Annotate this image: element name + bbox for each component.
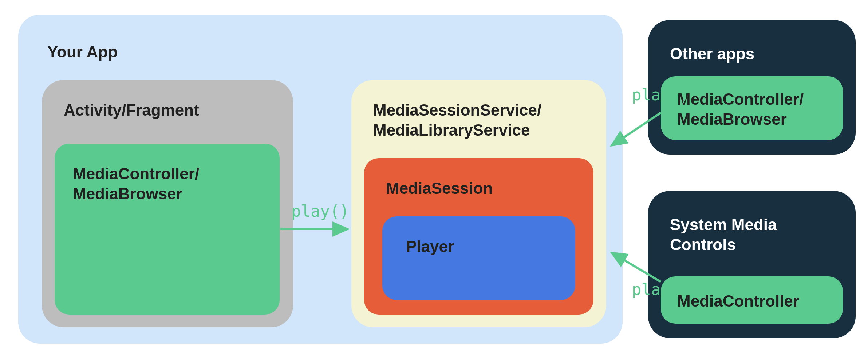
- player-box: [382, 216, 575, 300]
- your-app-title: Your App: [47, 42, 118, 62]
- play-label-other-apps: play(): [632, 85, 690, 104]
- app-media-controller-label: MediaController/ MediaBrowser: [73, 164, 199, 204]
- media-session-label: MediaSession: [386, 178, 493, 198]
- system-controls-controller-label: MediaController: [677, 291, 799, 311]
- player-label: Player: [406, 236, 454, 256]
- play-label-system: play(): [632, 280, 690, 299]
- system-controls-title: System Media Controls: [670, 215, 777, 255]
- service-title: MediaSessionService/ MediaLibraryService: [373, 100, 541, 140]
- other-apps-title: Other apps: [670, 44, 754, 64]
- other-apps-controller-label: MediaController/ MediaBrowser: [677, 89, 804, 129]
- play-label-internal: play(): [291, 202, 349, 220]
- activity-fragment-title: Activity/Fragment: [64, 100, 199, 120]
